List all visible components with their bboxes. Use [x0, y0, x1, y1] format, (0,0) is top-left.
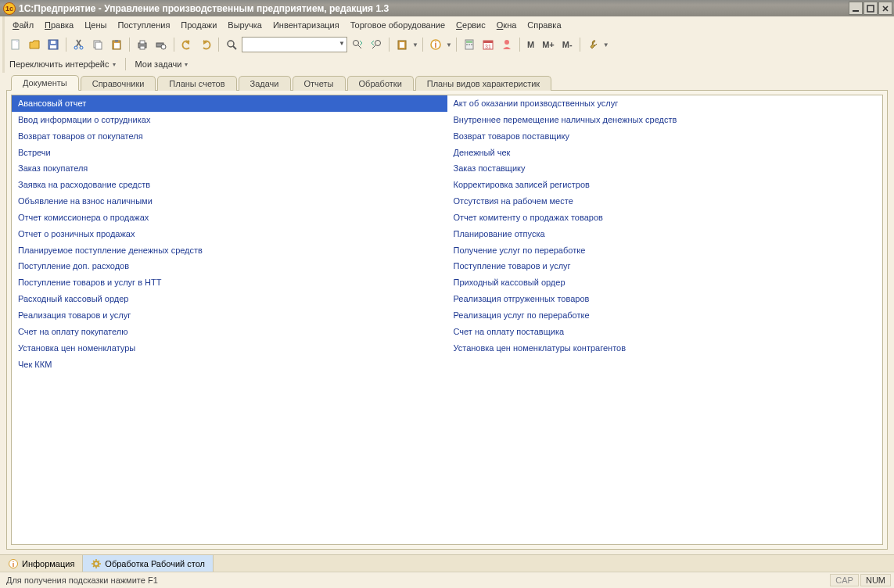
menu-trade[interactable]: Торговое оборудование [345, 19, 451, 31]
svg-rect-22 [400, 42, 404, 48]
maximize-button[interactable] [863, 2, 878, 15]
search-input[interactable] [242, 37, 347, 52]
m-button[interactable]: M [524, 36, 537, 53]
menu-edit[interactable]: Правка [39, 19, 79, 31]
content-panel: Авансовый отчетВвод информации о сотрудн… [6, 90, 888, 550]
document-link[interactable]: Акт об оказании производственных услуг [447, 95, 883, 112]
document-link[interactable]: Реализация услуг по переработке [447, 307, 883, 324]
document-link[interactable]: Корректировка записей регистров [447, 177, 883, 193]
document-link[interactable]: Возврат товаров поставщику [447, 128, 883, 145]
info-icon: i [8, 558, 19, 569]
document-link[interactable]: Отчет комиссионера о продажах [12, 210, 447, 226]
separator [519, 38, 520, 52]
document-link[interactable]: Чек ККМ [12, 357, 447, 373]
document-link[interactable]: Поступление товаров и услуг [447, 258, 883, 274]
window-taskbar: i Информация Обработка Рабочий стол [0, 554, 894, 572]
separator [580, 38, 580, 52]
menu-invent[interactable]: Инвентаризация [267, 19, 345, 31]
svg-rect-26 [466, 41, 472, 43]
document-link[interactable]: Получение услуг по переработке [447, 242, 883, 259]
document-link[interactable]: Денежный чек [447, 145, 883, 161]
tab-account-plans[interactable]: Планы счетов [157, 76, 236, 91]
print-preview-icon[interactable] [153, 36, 170, 53]
document-link[interactable]: Установка цен номенклатуры [12, 340, 447, 357]
calendar-icon[interactable]: 31 [479, 36, 497, 53]
document-link[interactable]: Возврат товаров от покупателя [12, 128, 447, 145]
minimize-button[interactable] [849, 2, 863, 15]
new-doc-icon[interactable] [7, 36, 24, 53]
menu-file[interactable]: Файл [7, 19, 39, 31]
wrench-icon[interactable] [584, 36, 601, 53]
menu-sales[interactable]: Продажи [175, 19, 222, 31]
cut-icon[interactable] [70, 36, 88, 53]
tab-tasks[interactable]: Задачи [239, 76, 291, 91]
user-icon[interactable] [498, 36, 515, 53]
tab-reports[interactable]: Отчеты [293, 76, 346, 91]
find-next-icon[interactable] [349, 36, 366, 53]
document-link[interactable]: Заявка на расходование средств [12, 177, 447, 193]
switch-interface-button[interactable]: Переключить интерфейс ▾ [9, 59, 116, 69]
document-link[interactable]: Поступление доп. расходов [12, 258, 447, 274]
dropdown-icon[interactable]: ▼ [603, 41, 609, 48]
document-link[interactable]: Заказ покупателя [12, 160, 447, 177]
toolbar: ▼ i ▼ 31 M M+ M- ▼ [2, 34, 894, 56]
document-link[interactable]: Заказ поставщику [447, 160, 883, 177]
svg-text:31: 31 [485, 44, 491, 49]
open-icon[interactable] [26, 36, 43, 53]
undo-icon[interactable] [178, 36, 196, 53]
svg-text:i: i [435, 41, 437, 49]
document-link[interactable]: Авансовый отчет [12, 95, 447, 112]
document-link[interactable]: Приходный кассовый ордер [447, 274, 883, 291]
m-plus-button[interactable]: M+ [539, 36, 558, 53]
taskbar-item-workdesk[interactable]: Обработка Рабочий стол [83, 555, 214, 572]
document-link[interactable]: Реализация отгруженных товаров [447, 291, 883, 307]
menu-prices[interactable]: Цены [79, 19, 112, 31]
svg-point-18 [228, 41, 234, 47]
dropdown-icon[interactable]: ▼ [446, 41, 452, 48]
title-bar: 1c 1С:Предприятие - Управление производс… [0, 0, 894, 16]
document-link[interactable]: Расходный кассовый ордер [12, 291, 447, 307]
tab-processings[interactable]: Обработки [347, 76, 414, 91]
menu-windows[interactable]: Окна [491, 19, 522, 31]
save-icon[interactable] [45, 36, 62, 53]
calculator-icon[interactable] [461, 36, 478, 53]
status-hint: Для получения подсказки нажмите F1 [6, 575, 158, 585]
svg-text:i: i [13, 560, 15, 568]
document-link[interactable]: Отчет комитенту о продажах товаров [447, 210, 883, 226]
menu-help[interactable]: Справка [522, 19, 566, 31]
document-link[interactable]: Ввод информации о сотрудниках [12, 112, 447, 128]
document-link[interactable]: Реализация товаров и услуг [12, 307, 447, 324]
my-tasks-button[interactable]: Мои задачи ▾ [135, 59, 188, 69]
menu-revenue[interactable]: Выручка [222, 19, 267, 31]
document-link[interactable]: Установка цен номенклатуры контрагентов [447, 340, 883, 357]
tab-references[interactable]: Справочники [81, 76, 156, 91]
dropdown-icon[interactable]: ▼ [412, 41, 418, 48]
m-minus-button[interactable]: M- [559, 36, 576, 53]
search-icon[interactable] [223, 36, 240, 53]
document-link[interactable]: Планирование отпуска [447, 226, 883, 242]
redo-icon[interactable] [197, 36, 214, 53]
document-link[interactable]: Внутреннее перемещение наличных денежных… [447, 112, 883, 128]
info-icon[interactable]: i [427, 36, 444, 53]
document-link[interactable]: Встречи [12, 145, 447, 161]
document-link[interactable]: Поступление товаров и услуг в НТТ [12, 274, 447, 291]
print-icon[interactable] [134, 36, 151, 53]
paste-icon[interactable] [108, 36, 125, 53]
tab-documents[interactable]: Документы [11, 75, 79, 91]
close-button[interactable] [878, 2, 892, 15]
document-link[interactable]: Счет на оплату покупателю [12, 324, 447, 340]
document-link[interactable]: Объявление на взнос наличными [12, 193, 447, 210]
find-prev-icon[interactable] [368, 36, 385, 53]
clipboard-list-icon[interactable] [393, 36, 411, 53]
copy-icon[interactable] [89, 36, 106, 53]
document-link[interactable]: Счет на оплату поставщика [447, 324, 883, 340]
document-link[interactable]: Планируемое поступление денежных средств [12, 242, 447, 259]
menu-supply[interactable]: Поступления [112, 19, 175, 31]
document-link[interactable]: Отсутствия на рабочем месте [447, 193, 883, 210]
svg-rect-9 [95, 42, 102, 49]
menu-service[interactable]: Сервис [451, 19, 491, 31]
tab-char-plans[interactable]: Планы видов характеристик [415, 76, 551, 91]
document-link[interactable]: Отчет о розничных продажах [12, 226, 447, 242]
taskbar-item-info[interactable]: i Информация [0, 555, 83, 572]
svg-rect-4 [50, 45, 56, 48]
